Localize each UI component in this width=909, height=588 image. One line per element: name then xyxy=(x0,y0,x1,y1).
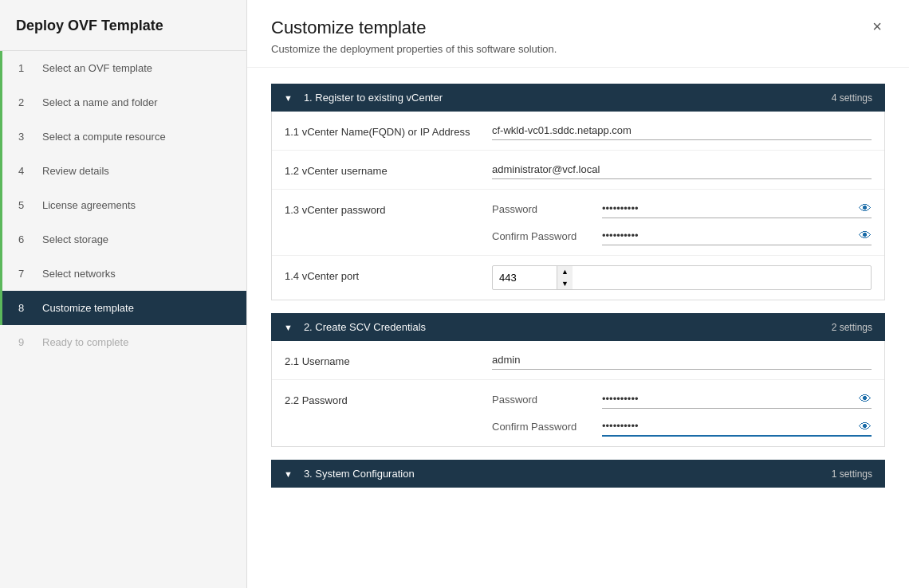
confirm-row-field2_2: Confirm Password 👁 xyxy=(492,417,872,437)
port-spinners-field1_4: ▲ ▼ xyxy=(557,266,573,289)
password-row-field2_2: Password 👁 xyxy=(492,390,872,409)
port-input-field1_4[interactable] xyxy=(493,269,557,287)
section-title-text-2: 3. System Configuration xyxy=(304,468,415,480)
section-header-1[interactable]: ▼ 2. Create SCV Credentials 2 settings xyxy=(271,313,885,341)
section-0: ▼ 1. Register to existing vCenter 4 sett… xyxy=(271,84,885,300)
section-title-text-1: 2. Create SCV Credentials xyxy=(304,321,426,333)
password-input-field1_3[interactable] xyxy=(602,199,872,218)
section-title-1: ▼ 2. Create SCV Credentials xyxy=(284,321,426,333)
field-row-field2_2: 2.2 Password Password 👁 Confirm Password… xyxy=(272,380,884,446)
sidebar-item-8: 9Ready to complete xyxy=(0,325,246,359)
field-content-field1_3: Password 👁 Confirm Password 👁 xyxy=(492,199,872,245)
confirm-label-field1_3: Confirm Password xyxy=(492,230,596,242)
input-field2_1[interactable] xyxy=(492,351,872,370)
step-number-7: 8 xyxy=(18,302,34,314)
confirm-row-field1_3: Confirm Password 👁 xyxy=(492,226,872,245)
step-label-1: Select a name and folder xyxy=(42,96,158,108)
sidebar-item-2[interactable]: 3Select a compute resource xyxy=(0,120,246,154)
password-label-field1_3: Password xyxy=(492,203,596,215)
close-button[interactable]: × xyxy=(869,18,885,36)
page-title: Customize template xyxy=(271,18,557,38)
field-row-field2_1: 2.1 Username xyxy=(272,341,884,380)
step-number-6: 7 xyxy=(18,268,34,280)
field-label-field1_1: 1.1 vCenter Name(FQDN) or IP Address xyxy=(285,121,492,138)
step-label-5: Select storage xyxy=(42,233,108,245)
sidebar-title: Deploy OVF Template xyxy=(0,0,246,51)
section-title-text-0: 1. Register to existing vCenter xyxy=(304,92,443,104)
input-field1_1[interactable] xyxy=(492,121,872,140)
main-header: Customize template Customize the deploym… xyxy=(247,0,909,68)
main-content: Customize template Customize the deploym… xyxy=(247,0,909,588)
step-label-4: License agreements xyxy=(42,199,136,211)
confirm-input-field2_2[interactable] xyxy=(602,417,872,437)
section-title-2: ▼ 3. System Configuration xyxy=(284,468,415,480)
field-row-field1_4: 1.4 vCenter port ▲ ▼ xyxy=(272,256,884,300)
confirm-wrapper-field2_2: 👁 xyxy=(602,417,872,437)
field-content-field2_2: Password 👁 Confirm Password 👁 xyxy=(492,390,872,437)
step-label-0: Select an OVF template xyxy=(42,62,152,74)
main-body: ▼ 1. Register to existing vCenter 4 sett… xyxy=(247,68,909,588)
section-2: ▼ 3. System Configuration 1 settings xyxy=(271,460,885,488)
sidebar-item-0[interactable]: 1Select an OVF template xyxy=(0,51,246,85)
section-header-0[interactable]: ▼ 1. Register to existing vCenter 4 sett… xyxy=(271,84,885,112)
sidebar-item-7[interactable]: 8Customize template xyxy=(0,291,246,325)
password-label-field2_2: Password xyxy=(492,394,596,406)
step-number-8: 9 xyxy=(18,336,34,348)
confirm-input-field1_3[interactable] xyxy=(602,226,872,245)
step-number-3: 4 xyxy=(18,165,34,177)
chevron-icon-2: ▼ xyxy=(284,469,293,479)
section-body-1: 2.1 Username 2.2 Password Password 👁 Con… xyxy=(271,341,885,447)
step-number-0: 1 xyxy=(18,62,34,74)
field-label-field1_3: 1.3 vCenter password xyxy=(285,199,492,216)
field-label-field2_1: 2.1 Username xyxy=(285,351,492,367)
section-header-2[interactable]: ▼ 3. System Configuration 1 settings xyxy=(271,460,885,488)
password-input-field2_2[interactable] xyxy=(602,390,872,409)
field-row-field1_1: 1.1 vCenter Name(FQDN) or IP Address xyxy=(272,112,884,151)
password-row-field1_3: Password 👁 xyxy=(492,199,872,218)
step-label-7: Customize template xyxy=(42,302,134,314)
input-field1_2[interactable] xyxy=(492,160,872,179)
sidebar-item-6[interactable]: 7Select networks xyxy=(0,257,246,291)
field-content-field1_2 xyxy=(492,160,872,179)
confirm-wrapper-field1_3: 👁 xyxy=(602,226,872,245)
sidebar-item-1[interactable]: 2Select a name and folder xyxy=(0,85,246,120)
step-label-6: Select networks xyxy=(42,268,116,280)
step-label-3: Review details xyxy=(42,165,109,177)
settings-count-1: 2 settings xyxy=(832,322,872,333)
chevron-icon-0: ▼ xyxy=(284,93,293,103)
chevron-icon-1: ▼ xyxy=(284,323,293,332)
eye-icon-confirm-field1_3[interactable]: 👁 xyxy=(859,229,872,243)
eye-icon-confirm-field2_2[interactable]: 👁 xyxy=(859,420,872,434)
port-wrapper-field1_4: ▲ ▼ xyxy=(492,265,872,290)
field-content-field1_4: ▲ ▼ xyxy=(492,265,872,290)
sidebar-item-5[interactable]: 6Select storage xyxy=(0,222,246,257)
field-content-field1_1 xyxy=(492,121,872,140)
field-label-field1_2: 1.2 vCenter username xyxy=(285,160,492,177)
page-subtitle: Customize the deployment properties of t… xyxy=(271,43,557,55)
section-1: ▼ 2. Create SCV Credentials 2 settings 2… xyxy=(271,313,885,447)
port-up-btn-field1_4[interactable]: ▲ xyxy=(557,266,573,278)
field-label-field2_2: 2.2 Password xyxy=(285,390,492,406)
field-row-field1_3: 1.3 vCenter password Password 👁 Confirm … xyxy=(272,190,884,256)
step-label-2: Select a compute resource xyxy=(42,131,166,143)
password-wrapper-field2_2: 👁 xyxy=(602,390,872,409)
field-row-field1_2: 1.2 vCenter username xyxy=(272,151,884,190)
eye-icon-password-field1_3[interactable]: 👁 xyxy=(859,202,872,216)
step-number-4: 5 xyxy=(18,199,34,211)
settings-count-0: 4 settings xyxy=(832,92,872,104)
field-label-field1_4: 1.4 vCenter port xyxy=(285,265,492,282)
step-label-8: Ready to complete xyxy=(42,336,128,348)
port-down-btn-field1_4[interactable]: ▼ xyxy=(557,278,573,290)
step-number-1: 2 xyxy=(18,96,34,108)
section-title-0: ▼ 1. Register to existing vCenter xyxy=(284,92,443,104)
sidebar-item-3[interactable]: 4Review details xyxy=(0,154,246,188)
password-wrapper-field1_3: 👁 xyxy=(602,199,872,218)
eye-icon-password-field2_2[interactable]: 👁 xyxy=(859,392,872,406)
step-number-2: 3 xyxy=(18,131,34,143)
field-content-field2_1 xyxy=(492,351,872,370)
sidebar: Deploy OVF Template 1Select an OVF templ… xyxy=(0,0,247,588)
section-body-0: 1.1 vCenter Name(FQDN) or IP Address 1.2… xyxy=(271,112,885,300)
step-number-5: 6 xyxy=(18,233,34,245)
settings-count-2: 1 settings xyxy=(832,468,872,480)
sidebar-item-4[interactable]: 5License agreements xyxy=(0,188,246,222)
